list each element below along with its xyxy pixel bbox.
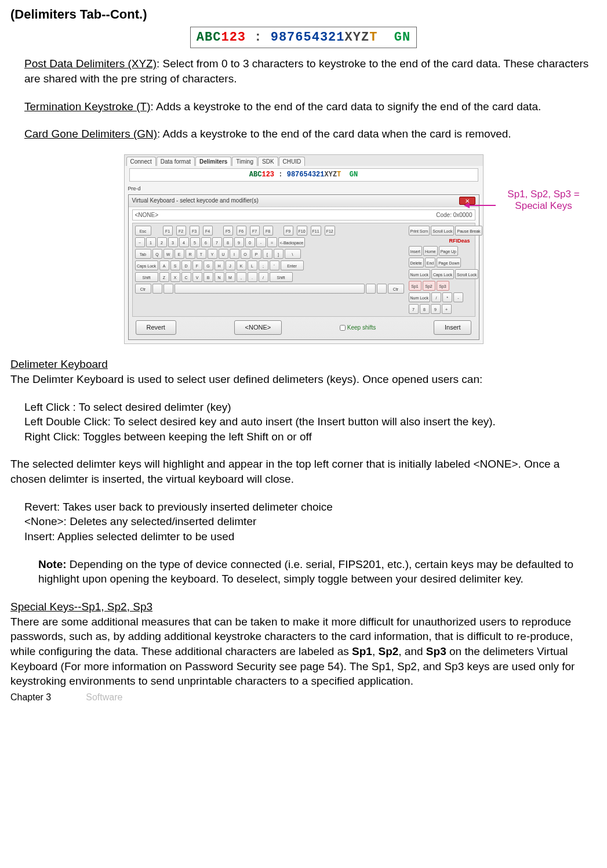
key-backspace[interactable]: <-Backspace xyxy=(278,237,306,247)
key-r[interactable]: R xyxy=(186,249,195,259)
key-sp3[interactable]: Sp3 xyxy=(437,281,449,291)
key-j[interactable]: J xyxy=(226,261,235,270)
key-x[interactable]: X xyxy=(170,272,180,282)
key-enter[interactable]: Enter xyxy=(281,261,304,270)
key-w[interactable]: W xyxy=(163,249,173,259)
key-semicolon[interactable]: ; xyxy=(259,261,268,270)
key-f8[interactable]: F8 xyxy=(263,226,273,236)
key-pause[interactable]: Pause Break xyxy=(455,226,482,236)
tab-sdk[interactable]: SDK xyxy=(258,157,278,167)
key-0[interactable]: 0 xyxy=(245,237,255,247)
key-slash[interactable]: / xyxy=(259,272,268,282)
key-n[interactable]: N xyxy=(215,272,224,282)
key-f11[interactable]: F11 xyxy=(311,226,321,236)
key-f1[interactable]: F1 xyxy=(163,226,173,236)
key-f12[interactable]: F12 xyxy=(325,226,335,236)
key-b[interactable]: B xyxy=(203,272,213,282)
key-lshift[interactable]: Shift xyxy=(135,272,158,282)
key-f[interactable]: F xyxy=(192,261,202,270)
key-q[interactable]: Q xyxy=(152,249,162,259)
key-f2[interactable]: F2 xyxy=(176,226,186,236)
key-5[interactable]: 5 xyxy=(190,237,200,247)
key-esc[interactable]: Esc xyxy=(135,226,151,236)
key-d[interactable]: D xyxy=(181,261,191,270)
key-prtsc[interactable]: Print Scrn xyxy=(409,226,430,236)
tab-delimiters[interactable]: Delimiters xyxy=(195,157,231,167)
key-del[interactable]: Delete xyxy=(409,258,424,267)
key-capslock[interactable]: Caps Lock xyxy=(135,261,158,270)
key-rbracket[interactable]: ] xyxy=(274,249,283,259)
tab-timing[interactable]: Timing xyxy=(232,157,257,167)
key-c[interactable]: C xyxy=(181,272,191,282)
key-h[interactable]: H xyxy=(215,261,224,270)
key-equals[interactable]: = xyxy=(267,237,277,247)
key-f5[interactable]: F5 xyxy=(223,226,233,236)
key-scroll[interactable]: Scroll Lock xyxy=(431,226,454,236)
key-3[interactable]: 3 xyxy=(168,237,178,247)
key-6[interactable]: 6 xyxy=(201,237,211,247)
tab-connect[interactable]: Connect xyxy=(126,157,156,167)
np-div[interactable]: / xyxy=(431,292,441,302)
np-plus[interactable]: + xyxy=(442,304,452,314)
tab-data-format[interactable]: Data format xyxy=(157,157,195,167)
key-rctrl[interactable]: Ctr xyxy=(388,284,404,294)
key-space[interactable] xyxy=(175,284,365,294)
key-m[interactable]: M xyxy=(226,272,235,282)
key-4[interactable]: 4 xyxy=(179,237,189,247)
key-sp2[interactable]: Sp2 xyxy=(423,281,435,291)
key-pgup[interactable]: Page Up xyxy=(439,246,458,256)
key-2[interactable]: 2 xyxy=(157,237,167,247)
key-minus[interactable]: - xyxy=(256,237,266,247)
key-f3[interactable]: F3 xyxy=(190,226,199,236)
key-win[interactable] xyxy=(152,284,162,294)
key-1[interactable]: 1 xyxy=(146,237,156,247)
key-tilde[interactable]: ~ xyxy=(135,237,145,247)
key-z[interactable]: Z xyxy=(159,272,169,282)
none-button[interactable]: <NONE> xyxy=(234,320,282,335)
key-tab[interactable]: Tab xyxy=(135,249,151,259)
key-f4[interactable]: F4 xyxy=(203,226,213,236)
key-7[interactable]: 7 xyxy=(212,237,222,247)
key-comma[interactable]: , xyxy=(237,272,246,282)
key-i[interactable]: I xyxy=(230,249,239,259)
key-k[interactable]: K xyxy=(237,261,246,270)
key-9[interactable]: 9 xyxy=(234,237,244,247)
key-home[interactable]: Home xyxy=(423,246,438,256)
key-u[interactable]: U xyxy=(219,249,228,259)
keep-shifts-checkbox[interactable]: Keep shifts xyxy=(340,324,376,332)
np9[interactable]: 9 xyxy=(431,304,441,314)
key-f6[interactable]: F6 xyxy=(237,226,246,236)
revert-button[interactable]: Revert xyxy=(136,320,176,335)
np-numlock[interactable]: Num Lock xyxy=(409,292,431,302)
key-ralt[interactable] xyxy=(366,284,376,294)
key-lbracket[interactable]: [ xyxy=(263,249,272,259)
key-e[interactable]: E xyxy=(175,249,184,259)
insert-button[interactable]: Insert xyxy=(434,320,472,335)
key-s[interactable]: S xyxy=(170,261,180,270)
key-quote[interactable]: ' xyxy=(270,261,279,270)
key-rshift[interactable]: Shift xyxy=(270,272,293,282)
np-mul[interactable]: * xyxy=(442,292,452,302)
np-sub[interactable]: - xyxy=(453,292,463,302)
key-f9[interactable]: F9 xyxy=(283,226,293,236)
key-g[interactable]: G xyxy=(203,261,213,270)
key-lctrl[interactable]: Ctr xyxy=(135,284,151,294)
key-f10[interactable]: F10 xyxy=(297,226,307,236)
key-y[interactable]: Y xyxy=(208,249,217,259)
key-alt[interactable] xyxy=(163,284,173,294)
key-v[interactable]: V xyxy=(192,272,202,282)
key-o[interactable]: O xyxy=(241,249,250,259)
key-a[interactable]: A xyxy=(159,261,169,270)
np7[interactable]: 7 xyxy=(409,304,419,314)
key-backslash[interactable]: \ xyxy=(285,249,301,259)
key-t[interactable]: T xyxy=(197,249,206,259)
key-insert[interactable]: Insert xyxy=(409,246,423,256)
key-period[interactable]: . xyxy=(248,272,257,282)
key-l[interactable]: L xyxy=(248,261,257,270)
key-p[interactable]: P xyxy=(252,249,261,259)
key-sp1[interactable]: Sp1 xyxy=(409,281,421,291)
key-f7[interactable]: F7 xyxy=(250,226,260,236)
np8[interactable]: 8 xyxy=(420,304,430,314)
key-menu[interactable] xyxy=(377,284,387,294)
key-end[interactable]: End xyxy=(425,258,435,267)
